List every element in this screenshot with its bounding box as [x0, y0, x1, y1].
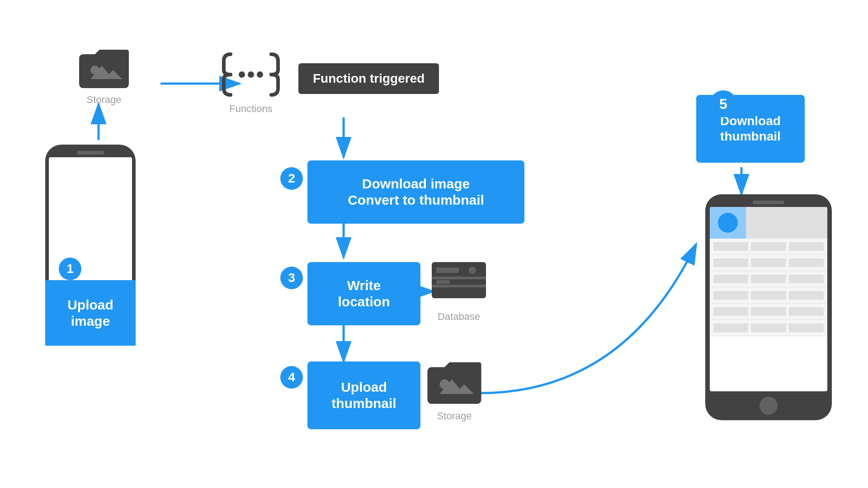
svg-point-6 [248, 71, 254, 78]
step-2-download-convert: Download image Convert to thumbnail [307, 160, 524, 224]
icon-functions: Functions [222, 50, 280, 115]
svg-point-5 [239, 71, 245, 78]
svg-point-16 [440, 380, 450, 389]
step-4-upload-thumbnail: Upload thumbnail [307, 361, 420, 429]
screen-list-cell-4 [713, 258, 748, 267]
screen-list-cell-11 [751, 291, 786, 300]
svg-point-12 [469, 267, 476, 274]
arrow-storage-to-phone-right [479, 244, 696, 393]
diagram-container: 1 Upload image Storage Fun [0, 0, 868, 488]
screen-list-cell-8 [751, 275, 786, 283]
svg-rect-11 [436, 267, 459, 273]
storage-left-label: Storage [86, 94, 121, 106]
screen-list-cell-3 [789, 242, 824, 251]
phone-left-speaker [77, 151, 104, 155]
screen-list-row-4 [710, 287, 827, 304]
step-1-badge: 1 [59, 258, 81, 280]
screen-list-cell-7 [713, 275, 748, 283]
svg-rect-13 [436, 280, 450, 284]
function-triggered-box: Function triggered [298, 63, 439, 94]
step-3-badge: 3 [280, 267, 303, 289]
screen-list-cell-13 [713, 307, 748, 316]
screen-top-row [710, 207, 827, 239]
step-3-write-location: Write location [307, 262, 420, 325]
screen-list-row-3 [710, 271, 827, 287]
screen-list-cell-10 [713, 291, 748, 300]
screen-list-row-5 [710, 304, 827, 320]
screen-list-cell-17 [751, 324, 786, 332]
storage-right-label: Storage [437, 410, 472, 422]
step-1-upload-image: Upload image [45, 280, 136, 346]
functions-label: Functions [229, 103, 272, 115]
icon-storage-right: Storage [425, 357, 484, 422]
screen-list-cell-5 [751, 258, 786, 267]
screen-list-cell-18 [789, 324, 824, 332]
screen-list-row-6 [710, 320, 827, 336]
svg-point-7 [257, 71, 263, 78]
screen-list-cell-6 [789, 258, 824, 267]
screen-list-cell-14 [751, 307, 786, 316]
screen-list-cell-12 [789, 291, 824, 300]
step-4-badge: 4 [280, 366, 303, 389]
screen-blue-box [710, 207, 746, 239]
svg-rect-9 [432, 277, 486, 279]
phone-right [705, 194, 832, 420]
screen-list-cell-9 [789, 275, 824, 283]
icon-database: Database [429, 253, 488, 323]
screen-list-cell-2 [751, 242, 786, 251]
svg-rect-10 [432, 285, 486, 287]
step-2-badge: 2 [280, 167, 303, 190]
screen-blue-circle [718, 213, 738, 233]
phone-right-screen-content [710, 207, 827, 336]
storage-right-svg [425, 357, 484, 407]
database-label: Database [438, 311, 480, 323]
database-svg [429, 253, 488, 307]
screen-list-cell-16 [713, 324, 748, 332]
functions-svg [222, 50, 280, 99]
screen-list-cell-1 [713, 242, 748, 251]
screen-gray-box [746, 207, 827, 239]
step-5-badge: 5 [710, 90, 737, 117]
storage-left-svg [77, 45, 131, 90]
screen-list-cell-15 [789, 307, 824, 316]
icon-storage-left: Storage [77, 45, 131, 106]
screen-list-row-2 [710, 255, 827, 271]
screen-list-row-1 [710, 239, 827, 255]
phone-right-home-btn [760, 397, 778, 415]
phone-right-screen [710, 207, 827, 391]
svg-point-4 [90, 66, 99, 75]
phone-right-speaker [753, 201, 784, 204]
